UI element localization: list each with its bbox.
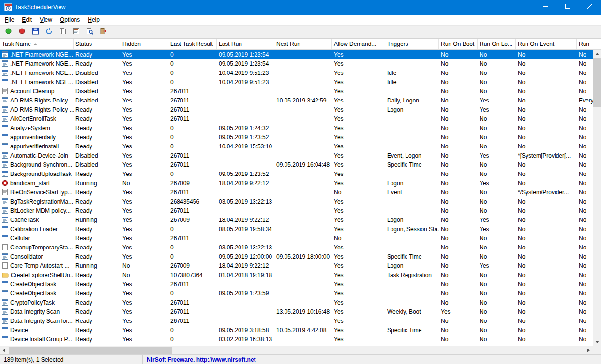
save-button[interactable] <box>30 27 41 38</box>
table-row[interactable]: appuriverifierdailyReadyYes009.05.2019 1… <box>0 132 593 142</box>
close-button[interactable] <box>579 0 601 15</box>
table-row[interactable]: CleanupTemporarySta...ReadyYes003.05.201… <box>0 243 593 252</box>
table-row[interactable]: CreateObjectTaskReadyYes009.05.2019 1:23… <box>0 289 593 298</box>
cell-next-run <box>274 233 332 243</box>
cell-task-name: .NET Framework NGE... <box>0 77 74 87</box>
menu-item-edit[interactable]: Edit <box>18 15 36 24</box>
cell-next-run <box>274 289 332 298</box>
table-row[interactable]: Device Install Group P...ReadyYes003.02.… <box>0 335 593 344</box>
cell-run-on-boot: No <box>439 114 478 123</box>
column-header-next-run[interactable]: Next Run <box>274 39 332 49</box>
horizontal-scroll-thumb[interactable] <box>9 347 172 354</box>
task-name-text: Consolidator <box>10 253 43 260</box>
column-header-triggers[interactable]: Triggers <box>385 39 439 49</box>
table-row[interactable]: ConsolidatorReadyYes009.05.2019 12:00:00… <box>0 252 593 261</box>
table-row-selected[interactable]: .NET Framework NGE...ReadyYes009.05.2019… <box>0 50 593 59</box>
table-row[interactable]: Automatic-Device-JoinDisabledYes267011Ye… <box>0 151 593 160</box>
cell-last-run <box>217 151 274 160</box>
task-name-text: AnalyzeSystem <box>10 125 50 131</box>
cell-status: Disabled <box>74 96 120 105</box>
column-header-last-run[interactable]: Last Run <box>217 39 274 49</box>
menu-item-view[interactable]: View <box>36 15 56 24</box>
vertical-scrollbar[interactable] <box>593 50 601 346</box>
column-header-task-name[interactable]: Task Name <box>0 39 74 49</box>
table-row[interactable]: BgTaskRegistrationMa...ReadyYes268435456… <box>0 197 593 206</box>
cell-task-name: Data Integrity Scan <box>0 307 74 316</box>
cell-last-run: 03.02.2019 16:38:13 <box>217 335 274 344</box>
task-name-text: Data Integrity Scan for... <box>10 318 73 324</box>
cell-last-task-result: 267011 <box>168 233 217 243</box>
table-row[interactable]: AikCertEnrollTaskReadyYes267011YesNoNoNo… <box>0 114 593 123</box>
menu-item-options[interactable]: Options <box>56 15 84 24</box>
task-icon <box>2 152 8 159</box>
table-row[interactable]: CreateObjectTaskReadyYes267011YesNoNoNoN… <box>0 279 593 289</box>
table-row[interactable]: appuriverifierinstallReadyYes010.04.2019… <box>0 142 593 151</box>
table-row[interactable]: Background Synchron...DisabledYes2670110… <box>0 160 593 169</box>
table-row[interactable]: .NET Framework NGE...ReadyYes009.05.2019… <box>0 59 593 68</box>
horizontal-scrollbar[interactable] <box>0 346 593 354</box>
cell-run: No <box>577 160 593 169</box>
cell-allow-demand: Yes <box>332 96 385 105</box>
exit-button[interactable] <box>98 27 109 38</box>
cell-status: Ready <box>74 188 120 197</box>
minimize-button[interactable] <box>534 0 556 15</box>
stop-task-button[interactable] <box>16 27 28 38</box>
column-header-hidden[interactable]: Hidden <box>120 39 168 49</box>
scroll-up-arrow-icon[interactable] <box>593 50 601 58</box>
cell-triggers <box>385 289 439 298</box>
scroll-left-arrow-icon[interactable] <box>0 346 8 354</box>
column-header-allow-demand[interactable]: Allow Demand... <box>332 39 385 49</box>
column-header-run-on-boot[interactable]: Run On Boot <box>439 39 478 49</box>
menu-item-file[interactable]: File <box>1 15 18 24</box>
scroll-right-arrow-icon[interactable] <box>585 346 593 354</box>
task-name-text: BackgroundUploadTask <box>10 171 72 177</box>
refresh-icon <box>45 28 53 36</box>
column-header-run-on-lo[interactable]: Run On Lo... <box>478 39 516 49</box>
menu-item-help[interactable]: Help <box>84 15 104 24</box>
table-row[interactable]: BitLocker MDM policy...ReadyYes267011Yes… <box>0 206 593 215</box>
table-row[interactable]: CacheTaskRunningYes26700918.04.2019 9:22… <box>0 215 593 224</box>
table-row[interactable]: AD RMS Rights Policy ...DisabledYes26701… <box>0 96 593 105</box>
cell-run-on-event: *[System[Provider[... <box>516 151 577 160</box>
table-row[interactable]: BfeOnServiceStartTyp...ReadyYes267011NoE… <box>0 188 593 197</box>
vertical-scroll-thumb[interactable] <box>593 58 601 107</box>
table-row[interactable]: Calibration LoaderReadyYes008.05.2019 19… <box>0 224 593 233</box>
table-row[interactable]: bandicam_startRunningNo26700918.04.2019 … <box>0 178 593 188</box>
find-button[interactable] <box>84 27 95 38</box>
status-nirsoft-link[interactable]: NirSoft Freeware. http://www.nirsoft.net <box>143 355 498 364</box>
cell-last-run: 09.05.2019 1:23:52 <box>217 132 274 142</box>
table-row[interactable]: AD RMS Rights Policy ...ReadyYes267011Ye… <box>0 105 593 114</box>
table-row[interactable]: BackgroundUploadTaskReadyYes009.05.2019 … <box>0 169 593 178</box>
table-row[interactable]: CreateExplorerShellUn...ReadyNo107380736… <box>0 270 593 279</box>
cell-run-on-boot: No <box>439 270 478 279</box>
table-row[interactable]: Core Temp Autostart ...RunningNo26700918… <box>0 261 593 270</box>
table-row[interactable]: CryptoPolicyTaskReadyYes267011YesNoNoNoN… <box>0 298 593 307</box>
cell-run-on-boot: No <box>439 169 478 178</box>
table-row[interactable]: CellularReadyYes267011NoNoNoNoNo <box>0 233 593 243</box>
column-header-run[interactable]: Run <box>577 39 601 49</box>
run-task-button[interactable] <box>3 27 14 38</box>
scroll-down-arrow-icon[interactable] <box>593 338 601 346</box>
cell-run-on-event: No <box>516 316 577 325</box>
refresh-button[interactable] <box>44 27 55 38</box>
column-header-status[interactable]: Status <box>74 39 120 49</box>
table-row[interactable]: Data Integrity Scan for...ReadyYes267011… <box>0 316 593 325</box>
table-row[interactable]: .NET Framework NGE...DisabledYes010.04.2… <box>0 68 593 77</box>
table-row[interactable]: DeviceReadyYes009.05.2019 3:18:5810.05.2… <box>0 325 593 335</box>
cell-last-run: 10.04.2019 9:51:23 <box>217 77 274 87</box>
cell-task-name: Background Synchron... <box>0 160 74 169</box>
column-header-last-task-result[interactable]: Last Task Result <box>168 39 217 49</box>
table-row[interactable]: Account CleanupDisabledYes267011YesNoNoN… <box>0 87 593 96</box>
copy-button[interactable] <box>57 27 68 38</box>
cell-task-name: CleanupTemporarySta... <box>0 243 74 252</box>
table-row[interactable]: Data Integrity ScanReadyYes26701113.05.2… <box>0 307 593 316</box>
cell-next-run <box>274 105 332 114</box>
table-row[interactable]: AnalyzeSystemReadyYes009.05.2019 1:24:32… <box>0 123 593 132</box>
cell-status: Ready <box>74 224 120 233</box>
column-header-run-on-event[interactable]: Run On Event <box>516 39 577 49</box>
maximize-button[interactable] <box>556 0 579 15</box>
cell-run-on-boot: No <box>439 160 478 169</box>
properties-button[interactable] <box>71 27 82 38</box>
cell-run-on-lo: Yes <box>478 224 516 233</box>
table-row[interactable]: .NET Framework NGE...DisabledYes010.04.2… <box>0 77 593 87</box>
